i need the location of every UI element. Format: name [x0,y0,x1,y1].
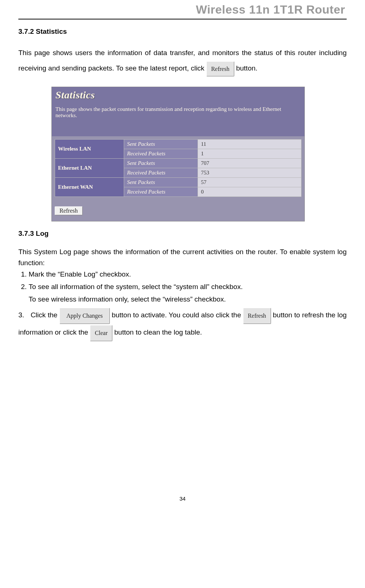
value-cell: 0 [198,187,301,196]
log-step-2a: To see all information of the system, se… [29,281,347,292]
value-cell: 57 [198,177,301,187]
refresh-button-label: Refresh [206,61,234,76]
log-step-3: 3. Click the Apply Changes button to act… [18,307,347,341]
statistics-intro: This page shows users the information of… [18,45,347,76]
value-cell: 11 [198,139,301,149]
metric-cell: Received Packets [124,187,198,196]
metric-cell: Sent Packets [124,139,198,149]
clear-button-label: Clear [90,325,112,341]
table-row: Ethernet LAN Sent Packets 707 [55,158,301,168]
iface-cell: Ethernet WAN [55,177,124,196]
step3-end: button to clean the log table. [114,328,202,336]
metric-cell: Received Packets [124,149,198,158]
page-number: 34 [18,495,347,509]
step3-mid: button to activate. You could also click… [112,311,243,319]
screenshot-refresh-button[interactable]: Refresh [55,206,304,215]
refresh-button-log-label: Refresh [243,308,271,324]
statistics-screenshot: Statistics This page shows the packet co… [51,87,347,221]
log-step-2b: To see wireless information only, select… [29,294,347,305]
clear-button[interactable]: Clear [90,324,112,341]
statistics-table: Wireless LAN Sent Packets 11 Received Pa… [55,139,301,197]
refresh-button-log[interactable]: Refresh [243,307,271,324]
apply-changes-label: Apply Changes [59,308,110,324]
log-heading: 3.7.3 Log [18,230,347,238]
step3-pre: Click the [30,311,59,319]
value-cell: 707 [198,158,301,168]
value-cell: 1 [198,149,301,158]
screenshot-title-bar: Statistics [52,87,304,102]
refresh-button-inline[interactable]: Refresh [206,61,234,76]
statistics-intro-text-2: button. [236,64,257,72]
screenshot-description: This page shows the packet counters for … [52,102,304,136]
value-cell: 753 [198,168,301,177]
table-row: Ethernet WAN Sent Packets 57 [55,177,301,187]
metric-cell: Sent Packets [124,177,198,187]
screenshot-refresh-label: Refresh [55,206,83,215]
log-steps: Mark the “Enable Log” checkbox. To see a… [18,269,347,293]
page-header: Wireless 11n 1T1R Router [18,0,347,19]
log-intro: This System Log page shows the informati… [18,246,347,269]
header-title: Wireless 11n 1T1R Router [196,3,345,16]
iface-cell: Wireless LAN [55,139,124,158]
screenshot-title: Statistics [55,89,95,101]
apply-changes-button[interactable]: Apply Changes [59,307,110,324]
table-row: Wireless LAN Sent Packets 11 [55,139,301,149]
statistics-intro-text-1: This page shows users the information of… [18,49,347,72]
iface-cell: Ethernet LAN [55,158,124,177]
metric-cell: Received Packets [124,168,198,177]
metric-cell: Sent Packets [124,158,198,168]
log-step-1: Mark the “Enable Log” checkbox. [29,269,347,280]
statistics-heading: 3.7.2 Statistics [18,28,347,36]
step3-number: 3. [18,307,29,324]
